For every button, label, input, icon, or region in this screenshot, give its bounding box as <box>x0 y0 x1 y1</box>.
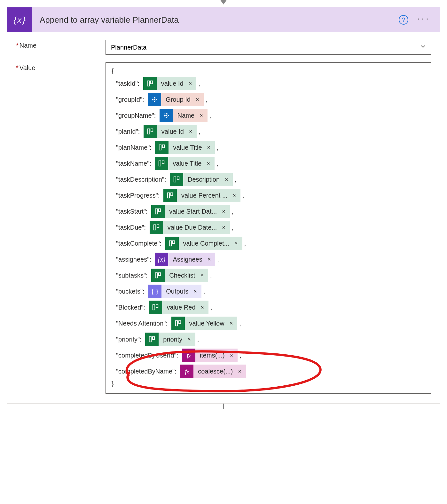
svg-rect-42 <box>149 337 151 342</box>
svg-point-8 <box>155 98 156 98</box>
dynamic-content-token[interactable]: fxcoalesce(...)× <box>180 365 246 378</box>
token-remove-icon[interactable]: × <box>221 221 230 234</box>
json-key: "subtasks": <box>116 272 149 279</box>
dynamic-content-token[interactable]: value Title× <box>155 141 215 154</box>
json-comma: , <box>198 80 200 87</box>
token-label: value Percent ... <box>177 189 232 202</box>
dynamic-content-token[interactable]: value Red× <box>149 301 208 314</box>
dynamic-content-token[interactable]: value Start Dat...× <box>151 205 230 218</box>
svg-rect-29 <box>171 193 173 196</box>
json-key: "taskProgress": <box>116 192 161 199</box>
json-row: "taskStart": value Start Dat...×, <box>112 204 425 218</box>
token-remove-icon[interactable]: × <box>207 253 216 266</box>
card-header[interactable]: {x} Append to array variable PlannerData… <box>7 7 440 32</box>
json-row: "taskName": value Title×, <box>112 156 425 170</box>
brace-close: } <box>112 380 425 388</box>
dynamic-content-token[interactable]: value Id× <box>144 125 197 138</box>
token-remove-icon[interactable]: × <box>234 237 242 250</box>
flow-connector-out <box>223 404 224 409</box>
json-row: "completedByUserId": fxitems(...)×, <box>112 348 425 362</box>
json-row: "taskDue": value Due Date...×, <box>112 220 425 234</box>
planner-icon <box>151 205 165 218</box>
svg-rect-28 <box>168 193 169 198</box>
json-row: "groupId": Group Id×, <box>112 92 425 106</box>
token-remove-icon[interactable]: × <box>187 333 195 346</box>
svg-point-3 <box>152 99 153 100</box>
json-comma: , <box>239 320 241 327</box>
dynamic-content-token[interactable]: Description× <box>170 173 233 186</box>
svg-point-19 <box>167 116 168 117</box>
dynamic-content-token[interactable]: { }Outputs× <box>148 285 201 298</box>
json-key: "taskDescription": <box>116 176 168 183</box>
token-remove-icon[interactable]: × <box>206 157 215 170</box>
svg-rect-0 <box>147 81 149 86</box>
svg-rect-25 <box>162 161 164 164</box>
json-key: "completedByUserId": <box>116 352 180 359</box>
json-key: "planName": <box>116 144 153 151</box>
token-remove-icon[interactable]: × <box>237 365 246 378</box>
json-comma: , <box>209 112 211 119</box>
svg-rect-26 <box>174 177 176 182</box>
dynamic-content-token[interactable]: Group Id× <box>148 93 203 106</box>
name-input[interactable] <box>106 40 431 55</box>
variable-icon-label: {x} <box>13 14 25 25</box>
dynamic-content-token[interactable]: value Due Date...× <box>150 221 230 234</box>
token-label: value Red <box>162 301 200 314</box>
dynamic-content-token[interactable]: value Id× <box>143 77 197 90</box>
more-menu-icon[interactable]: ··· <box>417 19 430 21</box>
svg-point-6 <box>154 101 155 102</box>
token-remove-icon[interactable]: × <box>232 189 241 202</box>
dynamic-content-token[interactable]: Name× <box>160 109 208 122</box>
dynamic-content-token[interactable]: Checklist× <box>151 269 208 282</box>
token-remove-icon[interactable]: × <box>221 205 230 218</box>
json-comma: , <box>210 304 212 311</box>
dynamic-content-token[interactable]: priority× <box>145 333 195 346</box>
dynamic-content-token[interactable]: value Yellow× <box>171 317 238 330</box>
planner-icon <box>165 237 179 250</box>
json-row: "groupName": Name×, <box>112 108 425 122</box>
token-label: value Title <box>168 157 206 170</box>
planner-icon <box>155 141 169 154</box>
token-remove-icon[interactable]: × <box>207 141 215 154</box>
planner-icon <box>155 157 168 170</box>
token-label: Group Id <box>161 93 195 106</box>
help-icon[interactable]: ? <box>399 15 408 25</box>
fx-icon: fx <box>180 365 193 378</box>
token-remove-icon[interactable]: × <box>199 109 208 122</box>
dynamic-content-token[interactable]: fxitems(...)× <box>182 349 238 362</box>
dynamic-content-token[interactable]: {x}Assignees× <box>155 253 215 266</box>
token-remove-icon[interactable]: × <box>224 173 233 186</box>
svg-rect-30 <box>155 209 157 214</box>
value-editor[interactable]: { "taskId": value Id×,"groupId": Group I… <box>106 62 431 394</box>
planner-icon <box>171 317 185 330</box>
json-key: "groupName": <box>116 112 158 119</box>
dynamic-content-token[interactable]: value Title× <box>155 157 215 170</box>
dynamic-content-token[interactable]: value Complet...× <box>165 237 242 250</box>
svg-rect-39 <box>156 305 158 308</box>
token-label: Description <box>183 173 224 186</box>
token-label: coalesce(...) <box>193 365 237 378</box>
json-key: "Blocked": <box>116 304 147 311</box>
svg-rect-40 <box>175 321 177 326</box>
planner-icon <box>149 301 162 314</box>
token-remove-icon[interactable]: × <box>193 285 201 298</box>
json-key: "taskName": <box>116 160 153 167</box>
token-remove-icon[interactable]: × <box>200 301 209 314</box>
json-key: "taskId": <box>116 80 141 87</box>
token-remove-icon[interactable]: × <box>229 349 238 362</box>
svg-rect-32 <box>153 225 155 230</box>
token-remove-icon[interactable]: × <box>188 77 197 90</box>
var-icon: {x} <box>155 253 168 266</box>
name-select[interactable] <box>106 40 431 55</box>
token-remove-icon[interactable]: × <box>200 269 208 282</box>
svg-rect-35 <box>172 241 174 244</box>
token-remove-icon[interactable]: × <box>188 125 197 138</box>
json-row: "Needs Attention": value Yellow×, <box>112 316 425 330</box>
svg-point-10 <box>155 100 156 101</box>
dynamic-content-token[interactable]: value Percent ...× <box>163 189 240 202</box>
token-remove-icon[interactable]: × <box>195 93 204 106</box>
json-row: "buckets": { }Outputs×, <box>112 284 425 298</box>
json-row: "taskDescription": Description×, <box>112 172 425 186</box>
svg-rect-31 <box>159 209 161 212</box>
token-remove-icon[interactable]: × <box>229 317 238 330</box>
